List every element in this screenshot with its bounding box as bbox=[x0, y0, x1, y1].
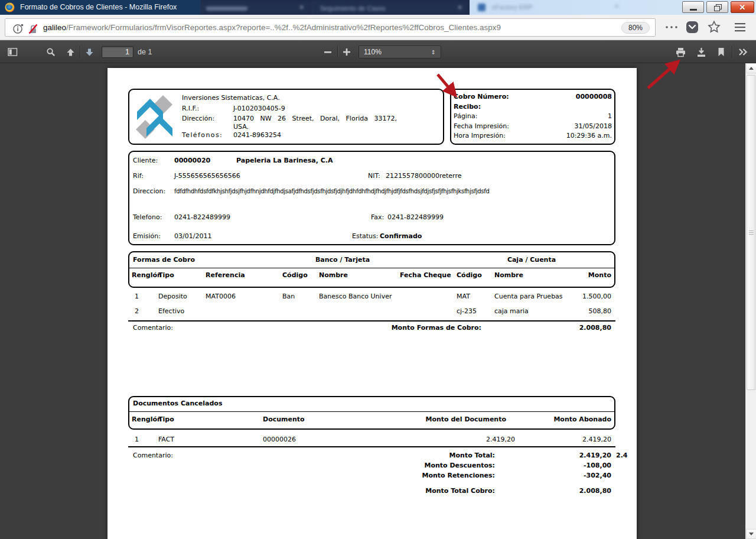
zoom-select[interactable]: 110% ⇕ bbox=[359, 46, 441, 59]
docs-col-monto-abonado: Monto Abonado bbox=[521, 415, 611, 423]
formas-title: Formas de Cobro bbox=[133, 256, 195, 264]
emision-label: Emisión: bbox=[133, 232, 161, 240]
telefono-value: 0241-822489999 bbox=[174, 213, 230, 221]
firefox-logo-icon bbox=[5, 2, 15, 12]
docs-col-renglon: Renglón bbox=[132, 415, 162, 423]
report-page: Inversiones Sistematicas, C.A. R.I.F.: J… bbox=[107, 68, 637, 539]
close-icon: ✕ bbox=[739, 3, 746, 12]
cliente-name: Papeleria La Barinesa, C.A bbox=[236, 157, 333, 164]
navigation-bar: galileo/Framework/Formularios/frmVisorRe… bbox=[0, 15, 756, 40]
hora-impresion-value: 10:29:36 a.m. bbox=[566, 132, 612, 139]
zoom-select-value: 110% bbox=[364, 48, 382, 56]
background-window-dark: ✕ Seguimiento de Casos ✕ bbox=[201, 0, 470, 15]
download-button[interactable] bbox=[694, 45, 708, 59]
formas-r2-monto: 508,80 bbox=[562, 307, 611, 315]
scrollbar-down-button[interactable] bbox=[746, 529, 756, 539]
zoom-in-button[interactable] bbox=[340, 45, 354, 59]
cliente-code: 00000020 bbox=[174, 157, 210, 164]
company-address-line1: 10470 NW 26 Street, Doral, Florida 33172… bbox=[233, 115, 397, 122]
company-address-line2: USA. bbox=[233, 123, 249, 131]
docs-r1-renglon: 1 bbox=[135, 436, 139, 443]
next-page-button[interactable] bbox=[82, 45, 96, 59]
scrollbar-up-button[interactable] bbox=[746, 63, 756, 73]
fax-value: 0241-822489999 bbox=[387, 213, 444, 221]
rif-value: J-555656565656566 bbox=[174, 172, 240, 180]
page-actions-icon[interactable] bbox=[664, 24, 679, 30]
scroll-down-icon bbox=[749, 532, 754, 535]
bookmark-star-icon[interactable] bbox=[707, 20, 721, 34]
page-count-label: de 1 bbox=[138, 48, 152, 56]
recibo-label: Recibo: bbox=[454, 103, 481, 111]
pocket-icon[interactable] bbox=[685, 20, 699, 34]
formas-col-nombre2: Nombre bbox=[494, 271, 523, 279]
current-view-button[interactable] bbox=[714, 45, 728, 59]
minimize-button[interactable] bbox=[682, 1, 704, 13]
plus-icon bbox=[343, 48, 351, 56]
formas-r1-codigo1: Ban bbox=[282, 293, 295, 300]
cobro-numero-value: 00000008 bbox=[576, 93, 612, 100]
url-bar[interactable]: galileo/Framework/Formularios/frmVisorRe… bbox=[5, 18, 656, 37]
zoom-indicator-badge[interactable]: 80% bbox=[621, 22, 650, 34]
estatus-label: Estatus: bbox=[352, 232, 378, 240]
formas-col-codigo1: Código bbox=[282, 271, 308, 279]
company-rif-label: R.I.F.: bbox=[182, 105, 199, 112]
scrollbar-thumb[interactable] bbox=[747, 75, 755, 390]
pagina-value: 1 bbox=[608, 112, 612, 120]
docs-comentario-label: Comentario: bbox=[133, 452, 173, 459]
fax-label: Fax: bbox=[371, 213, 384, 221]
formas-total-label: Monto Formas de Cobro: bbox=[338, 324, 481, 332]
window-scrollbar[interactable] bbox=[745, 63, 756, 539]
background-tab-2: Seguimiento de Casos ✕ bbox=[311, 1, 468, 15]
print-button[interactable] bbox=[673, 45, 687, 59]
arrow-down-icon bbox=[84, 48, 94, 57]
hora-impresion-label: Hora Impresión: bbox=[454, 132, 506, 139]
formas-r1-referencia: MAT0006 bbox=[206, 293, 236, 300]
sidebar-toggle-button[interactable] bbox=[5, 45, 19, 59]
previous-page-button[interactable] bbox=[63, 45, 77, 59]
monto-total-value: 2.419,20 bbox=[529, 452, 611, 459]
formas-r1-nombre1: Banesco Banco Univer bbox=[319, 293, 392, 300]
cobro-info-rows: Cobro Número:00000008 Recibo: Página:1 F… bbox=[454, 93, 612, 142]
pdf-toolbar: de 1 110% ⇕ bbox=[0, 40, 756, 63]
zoom-out-button[interactable] bbox=[321, 45, 335, 59]
docs-r1-monto-abonado: 2.419,20 bbox=[529, 436, 611, 443]
page-number-input[interactable] bbox=[102, 46, 133, 58]
url-host: galileo bbox=[43, 23, 66, 32]
direccion-value: fdfdfhdhfdsfdfkhjshfjdsjfhjdfhnjdhfdjfhd… bbox=[174, 188, 489, 194]
docs-col-monto-doc: Monto del Documento bbox=[379, 415, 506, 423]
emision-value: 03/01/2011 bbox=[174, 232, 211, 240]
fecha-impresion-label: Fecha Impresión: bbox=[454, 122, 509, 130]
find-button[interactable] bbox=[44, 45, 58, 59]
formas-r2-renglon: 2 bbox=[135, 307, 139, 315]
formas-col-fecha: Fecha Cheque bbox=[400, 271, 451, 279]
background-tab-1: ✕ bbox=[201, 1, 310, 15]
window-titlebar: ✕ Seguimiento de Casos ✕ eFactory ERP ✕ bbox=[0, 0, 756, 15]
monto-retenciones-value: -302,40 bbox=[529, 472, 611, 479]
toolbar-more-button[interactable] bbox=[736, 45, 750, 59]
fecha-impresion-value: 31/05/2018 bbox=[575, 122, 612, 130]
close-button[interactable]: ✕ bbox=[731, 1, 754, 13]
formas-col-nombre1: Nombre bbox=[319, 271, 348, 279]
monto-retenciones-label: Monto Retenciones: bbox=[356, 472, 495, 479]
restore-button[interactable] bbox=[706, 1, 728, 13]
docs-col-documento: Documento bbox=[263, 415, 305, 423]
firefox-window: ✕ Seguimiento de Casos ✕ eFactory ERP ✕ bbox=[0, 0, 756, 539]
pagina-label: Página: bbox=[454, 112, 477, 120]
formas-col-referencia: Referencia bbox=[206, 271, 245, 279]
direccion-label: Direccion: bbox=[133, 187, 165, 195]
documentos-title: Documentos Cancelados bbox=[133, 400, 222, 407]
formas-r2-nombre2: caja maria bbox=[494, 307, 529, 315]
estatus-value: Confirmado bbox=[380, 232, 422, 240]
formas-r1-monto: 1.500,00 bbox=[562, 293, 611, 300]
menu-hamburger-icon[interactable] bbox=[734, 22, 746, 32]
download-icon bbox=[696, 47, 706, 57]
scroll-up-icon bbox=[749, 67, 754, 70]
formas-r1-tipo: Deposito bbox=[158, 293, 187, 300]
background-tab-label: Seguimiento de Casos bbox=[320, 5, 386, 12]
rif-label: Rif: bbox=[133, 172, 144, 180]
cobro-numero-label: Cobro Número: bbox=[454, 93, 509, 100]
formas-r1-renglon: 1 bbox=[135, 293, 139, 300]
page-info-icon[interactable] bbox=[12, 22, 24, 34]
restore-icon bbox=[714, 4, 721, 10]
insecure-lock-icon[interactable] bbox=[27, 24, 39, 34]
